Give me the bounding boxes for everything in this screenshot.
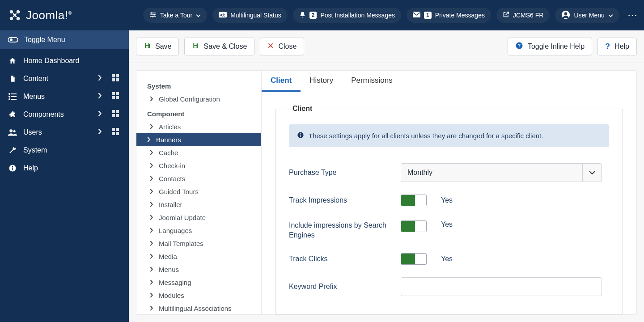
- config-nav-label: Messaging: [159, 279, 191, 286]
- tab-client[interactable]: Client: [262, 71, 301, 92]
- dashboard-grid-icon[interactable]: [110, 92, 121, 101]
- row-track-impressions: Track Impressions Yes: [289, 188, 609, 212]
- config-nav-item[interactable]: Menus: [136, 263, 261, 276]
- config-nav-item[interactable]: Media: [136, 250, 261, 263]
- svg-rect-28: [112, 132, 115, 135]
- toggle-include-search[interactable]: [401, 220, 427, 232]
- chevron-right-icon[interactable]: [96, 110, 104, 119]
- more-button[interactable]: ⋯: [625, 9, 641, 21]
- toggle-value: Yes: [441, 255, 453, 263]
- config-nav-label: Global Configuration: [159, 95, 220, 103]
- topbar: Banners: Op Take a Tour A文 Multilingual …: [129, 0, 644, 30]
- chevron-right-icon[interactable]: [96, 128, 104, 136]
- svg-rect-21: [116, 110, 119, 113]
- dashboard-grid-icon[interactable]: [110, 74, 121, 83]
- toggle-menu-button[interactable]: Toggle Menu: [0, 30, 129, 49]
- close-icon: [267, 42, 274, 51]
- sidebar-item-content[interactable]: Content: [0, 70, 129, 88]
- config-nav-item[interactable]: Contacts: [136, 172, 261, 185]
- config-nav-item[interactable]: Articles: [136, 120, 261, 133]
- config-nav-item[interactable]: Banners: [136, 133, 261, 146]
- tab-history[interactable]: History: [301, 71, 342, 92]
- user-menu-button[interactable]: User Menu: [555, 8, 619, 23]
- private-messages-button[interactable]: 1 Private Messages: [407, 8, 491, 23]
- toggle-menu-label: Toggle Menu: [24, 36, 65, 44]
- config-nav-item[interactable]: Messaging: [136, 276, 261, 289]
- config-nav-label: Cache: [159, 149, 178, 157]
- svg-rect-26: [112, 128, 115, 131]
- sidebar-item-label: System: [23, 146, 47, 154]
- config-nav-item[interactable]: Multilingual Associations: [136, 302, 261, 315]
- chevron-right-icon[interactable]: [96, 93, 104, 101]
- svg-point-43: [564, 12, 568, 15]
- save-close-button[interactable]: Save & Close: [184, 38, 254, 55]
- svg-rect-27: [116, 128, 119, 131]
- sidebar-item-label: Components: [23, 110, 64, 119]
- sidebar-item-home[interactable]: Home Dashboard: [0, 52, 129, 70]
- toggle-value: Yes: [441, 196, 453, 204]
- content-area: System Global Configuration Component Ar…: [129, 63, 644, 322]
- chevron-right-icon: [150, 188, 155, 195]
- svg-point-37: [153, 14, 155, 15]
- config-nav-item[interactable]: Mail Templates: [136, 237, 261, 250]
- svg-text:A文: A文: [220, 13, 225, 17]
- toggle-track-clicks[interactable]: [401, 253, 427, 265]
- help-info-icon: ?: [515, 42, 523, 51]
- tab-permissions[interactable]: Permissions: [342, 71, 402, 92]
- button-label: Save: [155, 42, 171, 51]
- post-install-messages-button[interactable]: 2 Post Installation Messages: [293, 8, 401, 23]
- users-icon: [8, 129, 17, 136]
- config-nav-item[interactable]: Modules: [136, 289, 261, 302]
- take-tour-button[interactable]: Take a Tour: [143, 8, 207, 23]
- chevron-right-icon: [150, 149, 155, 157]
- config-nav: System Global Configuration Component Ar…: [136, 70, 261, 315]
- svg-rect-44: [146, 43, 148, 45]
- multilingual-status-button[interactable]: A文 Multilingual Status: [212, 8, 288, 23]
- envelope-icon: [413, 12, 420, 19]
- toggle-icon: [8, 37, 18, 43]
- svg-point-2: [10, 17, 13, 21]
- dashboard-grid-icon[interactable]: [110, 110, 121, 119]
- select-purchase-type[interactable]: Monthly: [401, 163, 602, 182]
- config-nav-item[interactable]: Guided Tours: [136, 185, 261, 198]
- save-button[interactable]: Save: [136, 38, 179, 55]
- svg-rect-8: [112, 78, 115, 81]
- site-link-button[interactable]: JCMS6 FR: [496, 8, 550, 23]
- config-nav-label: Guided Tours: [159, 188, 199, 195]
- config-nav-item[interactable]: Installer: [136, 198, 261, 211]
- config-body: ClientHistoryPermissions Client These se…: [261, 70, 637, 315]
- svg-rect-23: [116, 114, 119, 117]
- svg-rect-13: [11, 96, 17, 97]
- pill-label: Private Messages: [435, 12, 485, 19]
- row-purchase-type: Purchase Type Monthly: [289, 157, 609, 188]
- input-keyword-prefix[interactable]: [401, 277, 602, 296]
- chevron-right-icon[interactable]: [96, 75, 104, 83]
- dashboard-grid-icon[interactable]: [110, 128, 121, 137]
- pill-label: Multilingual Status: [230, 12, 281, 19]
- config-nav-item[interactable]: Check-in: [136, 159, 261, 172]
- external-link-icon: [503, 11, 509, 19]
- config-nav-item[interactable]: Joomla! Update: [136, 211, 261, 224]
- config-nav-item[interactable]: Languages: [136, 224, 261, 237]
- sidebar-item-help[interactable]: Help: [0, 159, 129, 177]
- sidebar-item-system[interactable]: System: [0, 141, 129, 159]
- help-button[interactable]: ? Help: [597, 38, 637, 55]
- chevron-down-icon: [196, 12, 201, 19]
- chevron-right-icon: [150, 214, 155, 221]
- sidebar-nav: Home Dashboard Content Menus Components: [0, 49, 129, 177]
- sidebar-item-menus[interactable]: Menus: [0, 88, 129, 106]
- sidebar-item-components[interactable]: Components: [0, 106, 129, 123]
- config-nav-item[interactable]: Global Configuration: [136, 93, 261, 106]
- chevron-right-icon: [150, 123, 155, 131]
- toggle-inline-help-button[interactable]: ? Toggle Inline Help: [508, 38, 592, 55]
- brand-logo[interactable]: Joomla!®: [0, 0, 129, 30]
- close-button[interactable]: Close: [260, 38, 304, 55]
- toggle-track-impressions[interactable]: [401, 195, 427, 206]
- svg-rect-31: [12, 168, 13, 170]
- svg-rect-34: [150, 14, 156, 15]
- config-nav-label: Banners: [156, 136, 181, 144]
- chevron-right-icon: [150, 175, 155, 182]
- config-nav-item[interactable]: Cache: [136, 146, 261, 159]
- config-nav-label: Modules: [159, 292, 184, 299]
- sidebar-item-users[interactable]: Users: [0, 123, 129, 141]
